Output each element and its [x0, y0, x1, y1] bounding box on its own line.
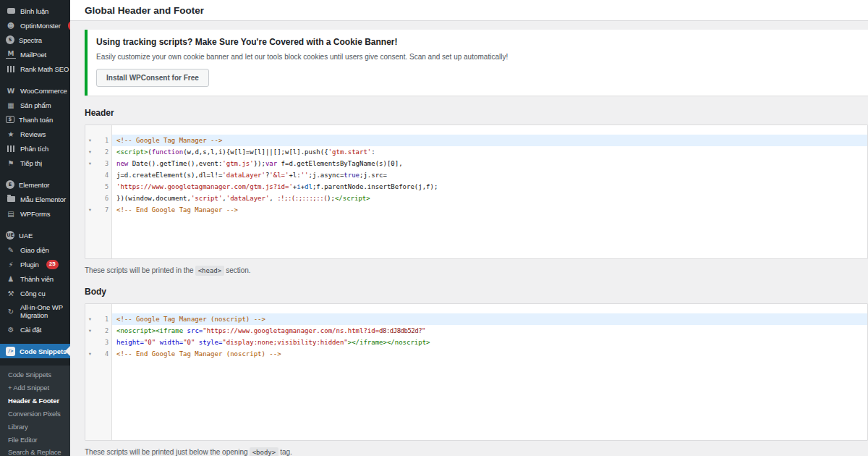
head-tag-code: <head>: [195, 266, 225, 276]
code-text[interactable]: <!-- End Google Tag Manager -->: [112, 204, 867, 216]
fold-arrow-icon[interactable]: ▾: [85, 135, 95, 146]
sidebar-menu-group: Bình luận☻OptinMonster2SSpectraMMailPoet…: [0, 4, 70, 76]
fold-arrow-icon[interactable]: ▾: [85, 204, 95, 216]
gutter-cell: ▾2: [85, 325, 112, 337]
body-code-editor[interactable]: ▾1<!-- Google Tag Manager (noscript) -->…: [85, 303, 868, 441]
sidebar-item-code-snippets[interactable]: />Code Snippets: [0, 344, 70, 358]
code-text[interactable]: <script>(function(w,d,s,l,i){w[l]=w[l]||…: [112, 146, 867, 158]
sidebar-item-label: Công cụ: [20, 289, 46, 298]
sidebar-item-reviews[interactable]: ★Reviews: [0, 127, 70, 141]
rank-math-icon: [6, 64, 16, 74]
code-line[interactable]: ▾1<!-- Google Tag Manager (noscript) -->: [85, 313, 867, 325]
fold-arrow-icon[interactable]: ▾: [85, 158, 95, 169]
code-line[interactable]: 3height="0" width="0" style="display:non…: [85, 337, 867, 348]
sidebar-item-plugins[interactable]: ⚡Plugin25: [0, 257, 70, 271]
sidebar-item-comment[interactable]: Bình luận: [0, 4, 70, 18]
line-number: 4: [95, 348, 112, 360]
code-line[interactable]: 5'https://www.googletagmanager.com/gtm.j…: [85, 181, 867, 193]
code-text[interactable]: <noscript><iframe src="https://www.googl…: [112, 325, 867, 337]
sidebar-item-label: All-in-One WP Migration: [20, 303, 67, 320]
note-text: section.: [226, 266, 250, 274]
sidebar-item-folder[interactable]: Mẫu Elementor: [0, 192, 70, 206]
submenu-item-library[interactable]: Library: [0, 421, 70, 434]
submenu-item-add-snippet[interactable]: + Add Snippet: [0, 381, 70, 394]
sidebar-item-tools[interactable]: ⚒Công cụ: [0, 286, 70, 300]
code-line[interactable]: ▾2<script>(function(w,d,s,l,i){w[l]=w[l]…: [85, 146, 867, 158]
code-line[interactable]: ▾4<!-- End Google Tag Manager (noscript)…: [85, 348, 867, 360]
optinmonster-icon: ☻: [6, 21, 16, 30]
code-line[interactable]: 6})(window,document,'script','dataLayer'…: [85, 193, 867, 204]
sidebar-item-woocommerce[interactable]: WWooCommerce: [0, 83, 70, 98]
code-text[interactable]: 'https://www.googletagmanager.com/gtm.js…: [112, 181, 867, 193]
sidebar-item-label: Reviews: [20, 130, 46, 139]
elementor-icon: E: [6, 180, 14, 189]
header-section-heading: Header: [85, 108, 868, 118]
code-snippets-submenu: Code Snippets+ Add SnippetHeader & Foote…: [0, 366, 70, 456]
sidebar-item-users[interactable]: ♟Thành viên: [0, 271, 70, 286]
header-code-editor[interactable]: ▾1<!-- Google Tag Manager -->▾2<script>(…: [85, 124, 868, 259]
sidebar: Bình luận☻OptinMonster2SSpectraMMailPoet…: [0, 0, 70, 456]
sidebar-item-spectra[interactable]: SSpectra: [0, 33, 70, 47]
fold-arrow-icon[interactable]: ▾: [85, 348, 95, 360]
note-text: These scripts will be printed in the: [85, 266, 194, 274]
code-text[interactable]: j=d.createElement(s),dl=l!='dataLayer'?'…: [112, 169, 867, 181]
body-section-note: These scripts will be printed just below…: [85, 448, 868, 456]
code-line[interactable]: ▾3new Date().getTime(),event:'gtm.js'});…: [85, 158, 867, 169]
sidebar-item-optinmonster[interactable]: ☻OptinMonster2: [0, 18, 70, 33]
sidebar-item-wpforms[interactable]: ▤WPForms: [0, 206, 70, 221]
header-section-note: These scripts will be printed in the<hea…: [85, 266, 868, 274]
submenu-item-code-snippets[interactable]: Code Snippets: [0, 368, 70, 381]
reviews-icon: ★: [6, 130, 16, 139]
sidebar-item-marketing[interactable]: ⚑Tiếp thị: [0, 156, 70, 170]
fold-arrow-icon[interactable]: ▾: [85, 325, 95, 337]
sidebar-item-label: OptinMonster: [20, 21, 61, 30]
install-wpconsent-button[interactable]: Install WPConsent for Free: [96, 69, 209, 87]
sidebar-item-payments[interactable]: $Thanh toán: [0, 112, 70, 127]
appearance-icon: ✎: [6, 245, 16, 255]
tools-icon: ⚒: [6, 289, 16, 298]
code-line[interactable]: ▾1<!-- Google Tag Manager -->: [85, 135, 867, 146]
sidebar-item-uae[interactable]: UEUAE: [0, 228, 70, 242]
code-text[interactable]: new Date().getTime(),event:'gtm.js'});va…: [112, 158, 867, 169]
sidebar-item-mailpoet[interactable]: MMailPoet: [0, 47, 70, 62]
code-line[interactable]: ▾7<!-- End Google Tag Manager -->: [85, 204, 867, 216]
sidebar-item-label: Cài đặt: [20, 325, 41, 334]
sidebar-item-elementor[interactable]: EElementor: [0, 177, 70, 192]
submenu-item-conversion-pixels[interactable]: Conversion Pixels: [0, 408, 70, 421]
sidebar-item-analytics[interactable]: Phân tích: [0, 141, 70, 156]
sidebar-item-settings[interactable]: ⚙Cài đặt: [0, 322, 70, 337]
code-text[interactable]: <!-- End Google Tag Manager (noscript) -…: [112, 348, 867, 360]
fold-arrow-icon[interactable]: ▾: [85, 313, 95, 325]
code-text[interactable]: height="0" width="0" style="display:none…: [112, 337, 867, 348]
comment-icon: [6, 7, 16, 16]
sidebar-item-rank-math[interactable]: Rank Math SEO: [0, 62, 70, 76]
line-number: 1: [95, 135, 112, 146]
payments-icon: $: [6, 116, 14, 123]
sidebar-item-label: Rank Math SEO: [20, 64, 69, 74]
sidebar-item-label: Bình luận: [20, 7, 48, 16]
fold-spacer: [85, 181, 95, 193]
code-text[interactable]: <!-- Google Tag Manager -->: [112, 135, 867, 146]
gutter-cell: ▾2: [85, 146, 112, 158]
woocommerce-icon: W: [6, 86, 16, 96]
page-header: Global Header and Footer: [70, 0, 868, 21]
sidebar-item-label: Code Snippets: [20, 347, 67, 356]
sidebar-item-label: Thanh toán: [19, 115, 53, 124]
line-number: 2: [95, 146, 112, 158]
code-text[interactable]: <!-- Google Tag Manager (noscript) -->: [112, 313, 867, 325]
submenu-item-search-replace[interactable]: Search & Replace: [0, 446, 70, 456]
submenu-item-header-footer[interactable]: Header & Footer: [0, 394, 70, 408]
sidebar-item-products[interactable]: ▦Sản phẩm: [0, 98, 70, 112]
line-number: 2: [95, 325, 112, 337]
sidebar-item-label: Spectra: [19, 35, 42, 45]
code-line[interactable]: ▾2<noscript><iframe src="https://www.goo…: [85, 325, 867, 337]
wordpress-admin: Bình luận☻OptinMonster2SSpectraMMailPoet…: [0, 0, 868, 456]
fold-arrow-icon[interactable]: ▾: [85, 146, 95, 158]
spectra-icon: S: [6, 35, 14, 44]
sidebar-item-migration[interactable]: ↻All-in-One WP Migration: [0, 300, 70, 322]
submenu-item-file-editor[interactable]: File Editor: [0, 433, 70, 446]
sidebar-item-appearance[interactable]: ✎Giao diện: [0, 242, 70, 257]
code-line[interactable]: 4j=d.createElement(s),dl=l!='dataLayer'?…: [85, 169, 867, 181]
code-text[interactable]: })(window,document,'script','dataLayer',…: [112, 193, 867, 204]
gutter-cell: ▾1: [85, 313, 112, 325]
